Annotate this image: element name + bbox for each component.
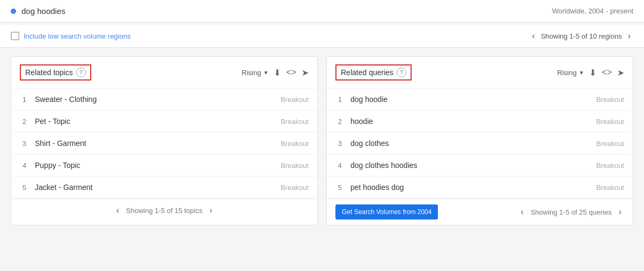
get-volumes-button[interactable]: Get Search Volumes from 2004	[335, 204, 438, 219]
related-queries-panel: Related queries ? Rising ▼ ⬇ <> ➤ 1 dog …	[326, 56, 633, 225]
related-topics-header: Related topics ? Rising ▼ ⬇ <> ➤	[11, 57, 317, 89]
table-row: 3 Shirt - Garment Breakout	[11, 133, 317, 155]
queries-footer-text: Showing 1-5 of 25 queries	[531, 208, 612, 216]
topics-download-icon[interactable]: ⬇	[274, 68, 281, 78]
low-volume-checkbox[interactable]	[11, 32, 19, 40]
queries-download-icon[interactable]: ⬇	[589, 68, 596, 78]
search-term: dog hoodies	[21, 6, 65, 16]
table-row: 5 pet hoodies dog Breakout	[327, 177, 633, 199]
queries-rising-label: Rising	[557, 69, 576, 77]
table-row: 1 Sweater - Clothing Breakout	[11, 89, 317, 111]
table-row: 2 hoodie Breakout	[327, 111, 633, 133]
queries-footer-prev[interactable]: ‹	[518, 206, 526, 218]
related-queries-title: Related queries	[341, 68, 393, 77]
filter-label[interactable]: Include low search volume regions	[24, 32, 130, 40]
related-queries-title-box: Related queries ?	[335, 64, 412, 80]
queries-share-icon[interactable]: ➤	[617, 68, 624, 78]
header-bar: dog hoodies Worldwide, 2004 - present	[0, 0, 644, 23]
related-topics-controls: Rising ▼ ⬇ <> ➤	[241, 68, 309, 78]
related-topics-footer: ‹ Showing 1-5 of 15 topics ›	[11, 199, 317, 222]
main-content: Related topics ? Rising ▼ ⬇ <> ➤ 1 Sweat…	[0, 48, 644, 234]
topics-footer-next[interactable]: ›	[207, 204, 215, 216]
regions-next-arrow[interactable]: ›	[625, 30, 633, 42]
queries-footer-next[interactable]: ›	[616, 206, 624, 218]
table-row: 1 dog hoodie Breakout	[327, 89, 633, 111]
header-left: dog hoodies	[11, 6, 65, 16]
topics-footer-prev[interactable]: ‹	[113, 204, 121, 216]
table-row: 2 Pet - Topic Breakout	[11, 111, 317, 133]
blue-dot-icon	[11, 9, 16, 14]
topics-rising-dropdown[interactable]: Rising ▼	[241, 69, 268, 77]
filter-bar: Include low search volume regions ‹ Show…	[0, 25, 644, 48]
topics-share-icon[interactable]: ➤	[302, 68, 309, 78]
related-topics-help-icon[interactable]: ?	[76, 68, 86, 77]
table-row: 4 dog clothes hoodies Breakout	[327, 155, 633, 177]
related-topics-title: Related topics	[25, 68, 73, 77]
regions-showing-text: Showing 1-5 of 10 regions	[541, 32, 622, 40]
related-topics-panel: Related topics ? Rising ▼ ⬇ <> ➤ 1 Sweat…	[11, 56, 318, 225]
date-range: Worldwide, 2004 - present	[552, 7, 633, 15]
related-queries-footer: Get Search Volumes from 2004 ‹ Showing 1…	[327, 199, 633, 225]
table-row: 5 Jacket - Garment Breakout	[11, 177, 317, 199]
queries-code-icon[interactable]: <>	[602, 68, 612, 77]
queries-dropdown-arrow: ▼	[579, 70, 584, 76]
queries-rising-dropdown[interactable]: Rising ▼	[557, 69, 584, 77]
table-row: 3 dog clothes Breakout	[327, 133, 633, 155]
topics-dropdown-arrow: ▼	[263, 70, 268, 76]
topics-code-icon[interactable]: <>	[286, 68, 296, 77]
related-queries-header: Related queries ? Rising ▼ ⬇ <> ➤	[327, 57, 633, 89]
filter-right: ‹ Showing 1-5 of 10 regions ›	[529, 30, 633, 42]
filter-left[interactable]: Include low search volume regions	[11, 32, 130, 40]
related-queries-help-icon[interactable]: ?	[397, 68, 406, 77]
topics-footer-text: Showing 1-5 of 15 topics	[126, 207, 202, 215]
topics-rising-label: Rising	[241, 69, 261, 77]
regions-prev-arrow[interactable]: ‹	[529, 30, 537, 42]
queries-footer-nav: ‹ Showing 1-5 of 25 queries ›	[518, 206, 624, 218]
related-topics-title-box: Related topics ?	[20, 64, 91, 80]
related-queries-controls: Rising ▼ ⬇ <> ➤	[557, 68, 624, 78]
table-row: 4 Puppy - Topic Breakout	[11, 155, 317, 177]
